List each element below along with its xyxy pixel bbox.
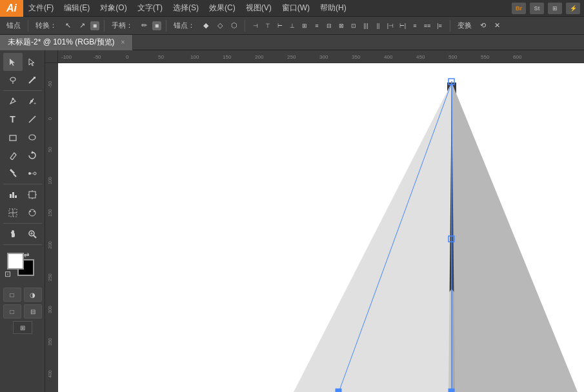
svg-text:-100: -100 — [61, 54, 72, 60]
svg-line-29 — [34, 235, 36, 238]
ellipse-tool[interactable] — [23, 128, 42, 146]
align-left[interactable]: ⊣ — [250, 20, 261, 32]
paintbucket-tool[interactable] — [3, 164, 23, 182]
menu-right-icons: Br St ⊞ ⚡ — [512, 3, 584, 14]
dist-4[interactable]: ⊢| — [397, 20, 408, 32]
svg-text:250: 250 — [48, 273, 52, 281]
svg-rect-70 — [336, 389, 341, 392]
column-graph-tool[interactable] — [3, 186, 23, 204]
add-anchor-tool[interactable]: + — [23, 92, 42, 110]
menu-text[interactable]: 文字(T) — [132, 1, 168, 15]
direct-select-tool[interactable] — [23, 53, 42, 71]
tab-close-btn[interactable]: × — [121, 39, 125, 46]
swap-colors-icon[interactable]: ⇄ — [24, 251, 29, 259]
svg-text:50: 50 — [158, 54, 164, 60]
svg-text:0: 0 — [126, 54, 129, 60]
blend-tool[interactable] — [23, 164, 42, 182]
draw-behind-btn[interactable]: ◑ — [24, 288, 42, 302]
handle-btn[interactable]: ■ — [152, 21, 161, 30]
hand-tool[interactable] — [3, 225, 23, 243]
artboards-btn[interactable]: ⊞ — [13, 321, 32, 334]
select-tool[interactable] — [3, 53, 23, 71]
menu-edit[interactable]: 编辑(E) — [59, 1, 95, 15]
menu-window[interactable]: 窗口(W) — [277, 1, 315, 15]
normal-mode-btn[interactable]: □ — [3, 288, 21, 302]
align-center-h[interactable]: ⊤ — [262, 20, 274, 32]
handle-icon-1[interactable]: ✏ — [138, 20, 150, 32]
tool-row-2 — [3, 71, 42, 89]
dist-5[interactable]: ≡ — [409, 20, 421, 32]
logo-text: Ai — [6, 3, 17, 14]
svg-line-2 — [29, 78, 34, 83]
canvas-document — [58, 63, 584, 392]
ruler-corner — [45, 50, 58, 63]
artboard-tool[interactable] — [23, 186, 42, 204]
rect-tool[interactable] — [3, 128, 23, 146]
bridge-icon[interactable]: Br — [512, 3, 526, 14]
magic-wand[interactable] — [23, 71, 42, 89]
menu-select[interactable]: 选择(S) — [168, 1, 204, 15]
convert-icon-2[interactable]: ↗ — [76, 20, 88, 32]
transform-icon[interactable]: ⟲ — [477, 20, 488, 32]
separator-1 — [28, 20, 28, 32]
svg-point-9 — [29, 135, 35, 140]
foreground-color-swatch[interactable] — [7, 253, 24, 270]
menu-file[interactable]: 文件(F) — [23, 1, 59, 15]
dist-center[interactable]: ⊡ — [348, 20, 359, 32]
anchor-icon-1[interactable]: ◆ — [200, 20, 212, 32]
align-center-v[interactable]: ⊞ — [299, 20, 310, 32]
dist-3[interactable]: |⊣ — [385, 20, 396, 32]
lasso-tool[interactable] — [3, 71, 23, 89]
dist-h[interactable]: ⊟ — [323, 20, 335, 32]
tool-row-10 — [3, 225, 42, 243]
symbol-tool[interactable] — [23, 204, 42, 222]
separator-2 — [104, 20, 105, 32]
pen-tool[interactable] — [3, 92, 23, 110]
view-mode-btn[interactable]: ⊟ — [24, 304, 42, 318]
convert-btn[interactable]: ■ — [90, 21, 99, 30]
svg-text:-50: -50 — [48, 81, 52, 88]
tool-extra-row-2: □ ⊟ — [3, 304, 42, 318]
anchor-icon-3[interactable]: ⬡ — [228, 20, 240, 32]
menu-view[interactable]: 视图(V) — [241, 1, 277, 15]
tool-row-1 — [3, 53, 42, 71]
tool-row-6 — [3, 146, 42, 164]
dist-h2[interactable]: ||| — [360, 20, 372, 32]
dist-7[interactable]: |≡ — [434, 20, 445, 32]
ruler-horizontal: -100 -50 0 50 100 150 200 250 300 350 40… — [45, 50, 584, 63]
menu-effect[interactable]: 效果(C) — [204, 1, 241, 15]
svg-line-7 — [29, 116, 35, 122]
dist-v[interactable]: ⊠ — [336, 20, 347, 32]
svg-text:100: 100 — [48, 177, 52, 184]
slice-tool[interactable] — [3, 204, 23, 222]
zoom-tool[interactable] — [23, 225, 42, 243]
svg-point-4 — [12, 98, 14, 100]
svg-text:+: + — [34, 101, 36, 106]
align-icons: ⊣ ⊤ ⊢ ⊥ ⊞ ≡ ⊟ ⊠ ⊡ ||| || |⊣ ⊢| ≡ ≡≡ |≡ — [250, 20, 445, 32]
align-bottom[interactable]: ≡ — [311, 20, 323, 32]
anchor-icon-2[interactable]: ◇ — [214, 20, 226, 32]
transform-reset[interactable]: ✕ — [491, 20, 503, 32]
svg-text:350: 350 — [352, 54, 361, 60]
pencil-tool[interactable] — [3, 146, 23, 164]
document-tab[interactable]: 未标题-2* @ 101% (RGB/预览) × — [0, 35, 133, 50]
grid-icon[interactable]: ⊞ — [548, 3, 562, 14]
type-tool[interactable]: T — [3, 110, 23, 128]
tool-row-4: T — [3, 110, 42, 128]
app-logo: Ai — [0, 0, 23, 17]
convert-icon-1[interactable]: ↖ — [62, 20, 74, 32]
dist-v2[interactable]: || — [372, 20, 384, 32]
reset-colors-icon[interactable]: ⊡ — [5, 270, 11, 279]
rotate-tool[interactable] — [23, 146, 42, 164]
align-top[interactable]: ⊥ — [287, 20, 298, 32]
dist-6[interactable]: ≡≡ — [421, 20, 433, 32]
svg-text:300: 300 — [319, 54, 328, 60]
stock-icon[interactable]: St — [530, 3, 544, 14]
lightning-icon[interactable]: ⚡ — [566, 3, 580, 14]
svg-point-25 — [29, 210, 35, 216]
line-tool[interactable] — [23, 110, 42, 128]
menu-help[interactable]: 帮助(H) — [315, 1, 352, 15]
align-right[interactable]: ⊢ — [274, 20, 286, 32]
screen-mode-btn[interactable]: □ — [3, 304, 21, 318]
menu-object[interactable]: 对象(O) — [95, 1, 132, 15]
